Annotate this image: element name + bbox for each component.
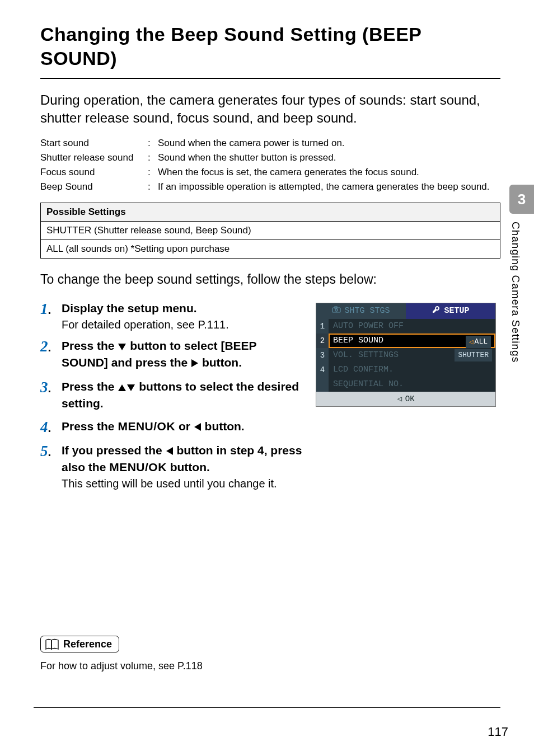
step-subtext: For detailed operation, see P.111. (62, 318, 303, 331)
lcd-item-label: BEEP SOUND (333, 336, 383, 345)
lcd-item-value-text: ALL (475, 337, 488, 346)
table-row: SHUTTER (Shutter release sound, Beep Sou… (41, 221, 500, 240)
step-4: 4. Press the MENU/OK or button. (40, 419, 303, 436)
definition-row: Shutter release sound : Sound when the s… (40, 152, 500, 163)
step-number: 5. (40, 443, 62, 491)
lcd-list: AUTO POWER OFF BEEP SOUND ◁ALL VOL. SETT… (329, 319, 495, 392)
lcd-row-num: 3 (316, 348, 329, 363)
chapter-label: Changing Camera Settings (509, 214, 522, 438)
lcd-tab-shooting-settings: SHTG STGS (316, 303, 406, 319)
lcd-body: 1 2 3 4 AUTO POWER OFF BEEP SOUND ◁ALL (316, 319, 495, 392)
lcd-footer-label: OK (405, 395, 415, 403)
text-fragment: button. (202, 420, 245, 433)
step-title: Press the MENU/OK or button. (62, 419, 303, 435)
instruction-lead: To change the beep sound settings, follo… (40, 272, 500, 287)
steps-list: 1. Display the setup menu. For detailed … (40, 300, 303, 490)
text-fragment: button. (199, 356, 242, 369)
reference-label: Reference (63, 638, 112, 650)
book-icon (44, 638, 60, 650)
lcd-menu-item: VOL. SETTINGS SHUTTER (329, 348, 495, 363)
lcd-screenshot: SHTG STGS SETUP 1 2 3 4 (316, 303, 496, 407)
step-subtext: This setting will be used until you chan… (62, 477, 303, 490)
step-number: 2. (40, 338, 62, 372)
lcd-tab-label: SHTG STGS (344, 306, 390, 316)
definition-value: When the focus is set, the camera genera… (158, 167, 500, 178)
up-triangle-icon (118, 380, 127, 396)
menu-ok-label: MENU/OK (109, 461, 167, 473)
definition-colon: : (148, 138, 158, 149)
definition-colon: : (148, 152, 158, 163)
lcd-item-value: SHUTTER (455, 349, 492, 361)
text-fragment: button. (167, 461, 210, 473)
definition-row: Start sound : Sound when the camera powe… (40, 138, 500, 149)
lcd-tab-setup: SETUP (406, 303, 495, 319)
definition-row: Focus sound : When the focus is set, the… (40, 167, 500, 178)
left-triangle-icon: ◁ (469, 337, 474, 346)
lcd-item-label: AUTO POWER OFF (333, 321, 404, 331)
svg-marker-5 (166, 447, 173, 455)
lcd-row-num: 4 (316, 363, 329, 377)
text-fragment: If you pressed the (62, 444, 166, 457)
lcd-item-value: ◁ALL (466, 336, 491, 348)
left-triangle-icon: ◁ (397, 394, 401, 403)
lcd-menu-item: AUTO POWER OFF (329, 319, 495, 334)
lcd-row-num: 1 (316, 319, 329, 334)
definition-row: Beep Sound : If an impossible operation … (40, 181, 500, 192)
text-fragment: Press the (62, 420, 118, 433)
step-5: 5. If you pressed the button in step 4, … (40, 443, 303, 491)
definition-colon: : (148, 167, 158, 178)
step-number: 1. (40, 300, 62, 331)
lcd-footer: ◁ OK (316, 392, 495, 406)
chapter-number: 3 (509, 185, 534, 214)
page-title: Changing the Beep Sound Setting (BEEP SO… (40, 22, 500, 70)
definition-value: If an impossible operation is attempted,… (158, 181, 500, 192)
lcd-item-label: VOL. SETTINGS (333, 350, 399, 360)
text-fragment: Press the (62, 339, 118, 352)
definition-value: Sound when the shutter button is pressed… (158, 152, 500, 163)
reference-text: For how to adjust volume, see P.118 (40, 660, 488, 672)
possible-settings-table: Possible Settings SHUTTER (Shutter relea… (40, 203, 500, 259)
step-2: 2. Press the button to select [BEEP SOUN… (40, 338, 303, 372)
wrench-icon (432, 305, 441, 317)
lcd-menu-item-selected: BEEP SOUND ◁ALL (329, 334, 495, 348)
text-fragment: Press the (62, 380, 118, 393)
lcd-menu-item: SEQUENTIAL NO. (329, 377, 495, 392)
step-number: 4. (40, 419, 62, 436)
lcd-row-num: 2 (316, 334, 329, 348)
svg-marker-2 (118, 384, 126, 391)
chapter-side-tab: 3 Changing Camera Settings (509, 185, 534, 438)
step-3: 3. Press the buttons to select the desir… (40, 379, 303, 412)
lcd-row-numbers: 1 2 3 4 (316, 319, 329, 392)
camera-icon (332, 306, 341, 316)
svg-marker-0 (118, 344, 126, 350)
definition-name: Beep Sound (40, 181, 148, 192)
table-header: Possible Settings (41, 203, 500, 221)
svg-marker-3 (127, 384, 135, 391)
lcd-item-label: LCD CONFIRM. (333, 365, 394, 374)
definition-name: Shutter release sound (40, 152, 148, 163)
definition-name: Focus sound (40, 167, 148, 178)
lcd-menu-item: LCD CONFIRM. (329, 363, 495, 377)
page-number: 117 (488, 725, 508, 739)
step-number: 3. (40, 379, 62, 412)
lcd-tab-label: SETUP (444, 306, 469, 316)
heading-rule (40, 78, 500, 79)
left-triangle-icon (166, 444, 174, 459)
lcd-item-label: SEQUENTIAL NO. (333, 379, 404, 389)
lcd-tabbar: SHTG STGS SETUP (316, 303, 495, 319)
intro-paragraph: During operation, the camera generates f… (40, 91, 500, 128)
down-triangle-icon (118, 339, 127, 355)
reference-section: Reference For how to adjust volume, see … (40, 636, 488, 672)
reference-box: Reference (40, 636, 119, 652)
footer-rule (34, 707, 500, 708)
left-triangle-icon (194, 420, 202, 435)
down-triangle-icon (127, 380, 135, 396)
definition-name: Start sound (40, 138, 148, 149)
step-title: Press the button to select [BEEP SOUND] … (62, 338, 303, 372)
sound-definitions: Start sound : Sound when the camera powe… (40, 138, 500, 192)
step-title: Press the buttons to select the desired … (62, 379, 303, 412)
lcd-row-num (316, 377, 329, 392)
definition-colon: : (148, 181, 158, 192)
svg-point-8 (335, 309, 338, 311)
definition-value: Sound when the camera power is turned on… (158, 138, 500, 149)
